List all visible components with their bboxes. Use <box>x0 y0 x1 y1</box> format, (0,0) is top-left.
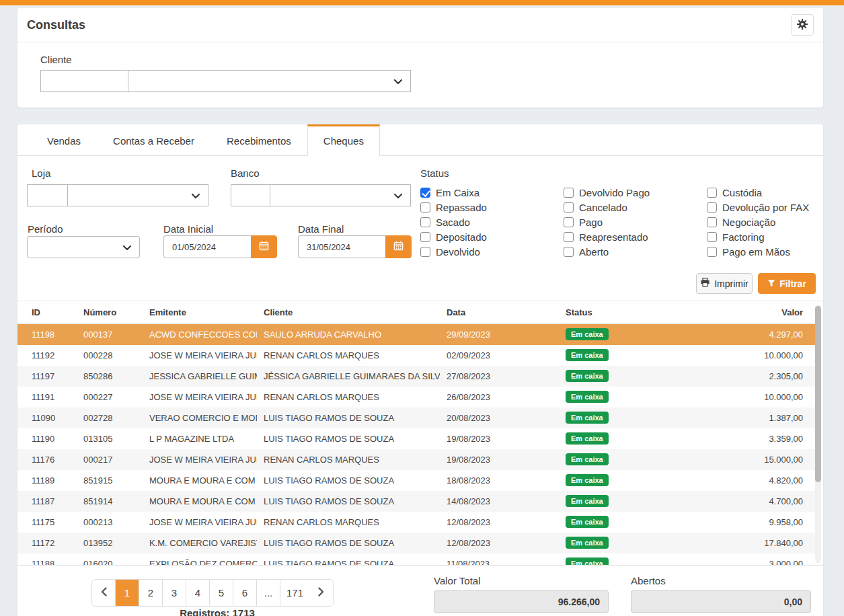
cliente-code-input[interactable] <box>40 70 128 92</box>
checkbox-icon[interactable] <box>564 247 574 257</box>
status-option-sacado[interactable]: Sacado <box>420 215 564 229</box>
checkbox-checked-icon[interactable] <box>420 188 430 198</box>
tab-bar: VendasContas a ReceberRecebimentosCheque… <box>17 124 823 156</box>
status-option-devolvido-pago[interactable]: Devolvido Pago <box>564 185 707 200</box>
pagination-page-5[interactable]: 5 <box>210 580 233 606</box>
checkbox-icon[interactable] <box>420 232 430 242</box>
table-row[interactable]: 11192000228JOSE W MEIRA VIEIRA JUNIORREN… <box>17 345 815 366</box>
checkbox-icon[interactable] <box>420 247 430 257</box>
status-option-custodia[interactable]: Custódia <box>707 185 844 200</box>
status-option-label: Repassado <box>436 202 487 213</box>
checkbox-icon[interactable] <box>564 188 574 198</box>
periodo-select[interactable] <box>27 236 140 258</box>
checkbox-icon[interactable] <box>564 232 574 242</box>
banco-label: Banco <box>231 167 260 179</box>
cliente-label: Cliente <box>40 54 72 65</box>
cliente-input-group <box>40 70 411 92</box>
status-option-devolvido[interactable]: Devolvido <box>420 244 564 259</box>
status-badge: Em caixa <box>566 432 609 445</box>
pagination-ellipsis[interactable]: ... <box>257 580 280 606</box>
cell-valor: 9.958,00 <box>670 512 815 533</box>
loja-select[interactable] <box>67 184 208 206</box>
chevron-down-icon <box>123 241 131 254</box>
table-row[interactable]: 11190013105L P MAGAZINE LTDALUIS TIAGO R… <box>17 428 815 449</box>
cell-numero: 002728 <box>77 408 143 428</box>
status-option-devolucao-por-fax[interactable]: Devolução por FAX <box>707 200 844 215</box>
pagination-page-4[interactable]: 4 <box>186 580 210 606</box>
status-option-repassado[interactable]: Repassado <box>420 200 564 215</box>
data-final-input[interactable] <box>298 235 385 258</box>
pagination-page-6[interactable]: 6 <box>233 580 257 606</box>
checkbox-icon[interactable] <box>707 247 717 257</box>
status-groups: Em CaixaRepassadoSacadoDepositadoDevolvi… <box>420 185 844 259</box>
table-row[interactable]: 11191000227JOSE W MEIRA VIEIRA JUNIORREN… <box>17 387 815 408</box>
data-final-calendar-button[interactable] <box>385 235 412 258</box>
cell-cliente: JÉSSICA GABRIELLE GUIMARAES DA SILVA <box>257 366 440 387</box>
table-row[interactable]: 11090002728VERAO COMERCIO E MODAS…LUIS T… <box>17 408 815 428</box>
data-inicial-input[interactable] <box>163 235 251 258</box>
table-row[interactable]: 11189851915MOURA E MOURA E COM VA…LUIS T… <box>17 470 815 491</box>
cell-status: Em caixa <box>559 533 670 553</box>
table-row[interactable]: 11176000217JOSE W MEIRA VIEIRA JUNIORREN… <box>17 449 815 470</box>
filtrar-button[interactable]: Filtrar <box>758 273 816 294</box>
status-badge: Em caixa <box>566 370 609 382</box>
table-row[interactable]: 11188016020EXPLOSÃO DEZ COMERCIOLUIS TIA… <box>17 553 815 566</box>
checkbox-icon[interactable] <box>564 202 574 213</box>
checkbox-icon[interactable] <box>707 202 717 213</box>
checkbox-icon[interactable] <box>707 217 717 227</box>
status-option-negociacao[interactable]: Negociação <box>707 215 844 229</box>
cheques-table: IDNúmeroEmitenteClienteDataStatusValor 1… <box>17 301 815 566</box>
cliente-select[interactable] <box>128 70 411 92</box>
status-label: Status <box>420 167 449 179</box>
tab-contas-a-receber[interactable]: Contas a Receber <box>97 124 210 156</box>
status-option-em-caixa[interactable]: Em Caixa <box>420 185 564 200</box>
status-option-label: Cancelado <box>579 202 627 213</box>
checkbox-icon[interactable] <box>420 217 430 227</box>
pagination-page-2[interactable]: 2 <box>139 580 163 606</box>
status-option-factoring[interactable]: Factoring <box>707 229 844 244</box>
status-option-depositado[interactable]: Depositado <box>420 229 564 244</box>
cell-id: 11197 <box>17 366 77 387</box>
table-row[interactable]: 11175000213JOSE W MEIRA VIEIRA JUNIORREN… <box>17 512 815 533</box>
pagination-page-3[interactable]: 3 <box>163 580 186 606</box>
banco-select[interactable] <box>270 184 411 206</box>
loja-code-input[interactable] <box>27 184 67 206</box>
cell-valor: 10.000,00 <box>670 345 815 366</box>
table-row[interactable]: 11197850286JESSICA GABRIELLE GUIMA…JÉSSI… <box>17 366 815 387</box>
status-option-reapresentado[interactable]: Reapresentado <box>564 229 707 244</box>
status-badge: Em caixa <box>566 516 609 528</box>
checkbox-icon[interactable] <box>420 202 430 213</box>
table-row[interactable]: 11187851914MOURA E MOURA E COM VA…LUIS T… <box>17 491 815 512</box>
pagination-prev-button[interactable] <box>92 580 116 606</box>
data-inicial-label: Data Inicial <box>163 223 213 235</box>
cell-cliente: RENAN CARLOS MARQUES <box>257 449 440 470</box>
status-option-pago-em-maos[interactable]: Pago em Mãos <box>707 244 844 259</box>
data-inicial-calendar-button[interactable] <box>251 235 277 258</box>
tab-cheques[interactable]: Cheques <box>307 124 380 156</box>
table-row[interactable]: 11172013952K.M. COMERCIO VAREJISTA …LUIS… <box>17 533 815 553</box>
pagination-page-1[interactable]: 1 <box>116 580 139 606</box>
banco-code-input[interactable] <box>231 184 270 206</box>
pagination-page-171[interactable]: 171 <box>280 580 309 606</box>
top-accent-bar <box>0 0 844 5</box>
status-option-pago[interactable]: Pago <box>564 215 707 229</box>
checkbox-icon[interactable] <box>707 232 717 242</box>
cell-numero: 851915 <box>77 470 143 491</box>
table-row[interactable]: 11198000137ACWD CONFECCOES COMER…SAULO A… <box>17 324 815 345</box>
settings-button[interactable] <box>791 14 814 36</box>
pagination-next-button[interactable] <box>309 580 333 606</box>
cell-cliente: LUIS TIAGO RAMOS DE SOUZA <box>257 533 440 553</box>
tab-vendas[interactable]: Vendas <box>31 124 97 156</box>
checkbox-icon[interactable] <box>707 188 717 198</box>
table-scrollbar-thumb[interactable] <box>815 306 821 482</box>
table-scrollbar-track[interactable] <box>815 305 821 563</box>
data-inicial-group <box>163 235 277 258</box>
status-option-cancelado[interactable]: Cancelado <box>564 200 707 215</box>
imprimir-button[interactable]: Imprimir <box>696 273 753 294</box>
valor-total-field <box>434 590 609 613</box>
status-option-aberto[interactable]: Aberto <box>564 244 707 259</box>
checkbox-icon[interactable] <box>564 217 574 227</box>
tab-recebimentos[interactable]: Recebimentos <box>210 124 307 156</box>
cell-numero: 000228 <box>77 345 143 366</box>
status-option-label: Reapresentado <box>579 231 648 243</box>
